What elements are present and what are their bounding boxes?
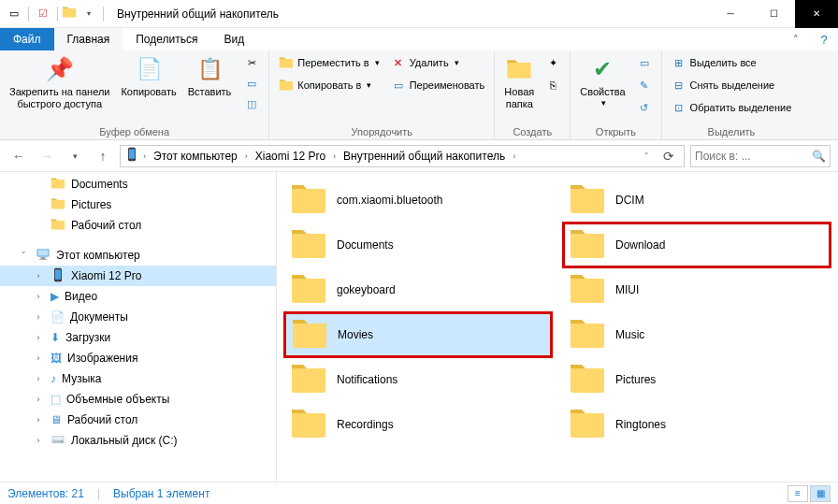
folder-item[interactable]: DCIM	[563, 178, 831, 223]
select-all-button[interactable]: ⊞Выделить все	[668, 52, 796, 73]
copy-to-button[interactable]: Копировать в▾	[275, 75, 383, 95]
expand-icon[interactable]: ›	[32, 333, 45, 342]
nav-video[interactable]: ›▶Видео	[0, 286, 276, 307]
folder-item[interactable]: com.xiaomi.bluetooth	[284, 178, 552, 223]
close-button[interactable]: ✕	[795, 0, 838, 28]
history-button[interactable]: ↺	[633, 97, 656, 118]
folder-item[interactable]: Documents	[284, 223, 552, 267]
recent-locations-button[interactable]: ▾	[64, 145, 86, 167]
ribbon-tabs: Файл Главная Поделиться Вид ˄ ?	[0, 28, 838, 50]
folder-item[interactable]: Music	[563, 312, 831, 357]
organize-group-label: Упорядочить	[275, 126, 488, 139]
qat-app-icon[interactable]: ▭	[4, 4, 24, 24]
window-title: Внутренний общий накопитель	[117, 7, 279, 21]
select-none-button[interactable]: ⊟Снять выделение	[668, 75, 796, 95]
new-item-button[interactable]: ✦	[542, 52, 564, 73]
content-pane[interactable]: com.xiaomi.bluetoothDCIMDocumentsDownloa…	[277, 172, 838, 482]
folder-label: Documents	[337, 238, 394, 252]
expand-icon[interactable]: ›	[32, 436, 45, 445]
edit-button[interactable]: ✎	[633, 75, 656, 95]
paste-button[interactable]: 📋 Вставить	[184, 52, 236, 100]
expand-icon[interactable]: ›	[32, 374, 45, 383]
cut-button[interactable]: ✂	[240, 52, 263, 73]
chevron-right-icon[interactable]: ›	[243, 151, 250, 161]
tab-home[interactable]: Главная	[54, 28, 123, 50]
collapse-icon[interactable]: ˅	[17, 251, 30, 260]
open-icon: ▭	[637, 55, 652, 70]
expand-icon[interactable]: ›	[32, 395, 45, 404]
address-dropdown-button[interactable]: ˅	[635, 145, 657, 167]
expand-icon[interactable]: ›	[32, 415, 45, 425]
qat-dropdown[interactable]: ▾	[79, 4, 99, 24]
copy-to-icon	[279, 78, 294, 93]
details-view-button[interactable]: ≡	[787, 485, 808, 502]
tab-share[interactable]: Поделиться	[123, 28, 210, 50]
search-input[interactable]: Поиск в: ... 🔍	[690, 145, 831, 167]
folder-icon	[569, 314, 606, 355]
delete-button[interactable]: ✕Удалить▾	[387, 52, 489, 73]
refresh-button[interactable]: ⟳	[657, 145, 680, 167]
maximize-button[interactable]: ☐	[752, 0, 795, 28]
chevron-right-icon[interactable]: ›	[511, 151, 517, 161]
nav-music[interactable]: ›♪Музыка	[0, 368, 276, 389]
breadcrumb-segment[interactable]: Xiaomi 12 Pro	[252, 150, 329, 163]
chevron-right-icon[interactable]: ›	[141, 151, 148, 161]
tab-view[interactable]: Вид	[210, 28, 257, 50]
minimize-button[interactable]: ─	[709, 0, 752, 28]
open-button[interactable]: ▭	[633, 52, 656, 73]
back-button[interactable]: ←	[7, 145, 30, 167]
copy-button[interactable]: 📄 Копировать	[117, 52, 180, 100]
nav-documents[interactable]: Documents	[0, 174, 276, 194]
nav-this-pc[interactable]: ˅Этот компьютер	[0, 245, 276, 266]
expand-icon[interactable]: ›	[32, 271, 45, 281]
icons-view-button[interactable]: ▦	[810, 485, 831, 502]
nav-downloads[interactable]: ›⬇Загрузки	[0, 327, 276, 348]
folder-item[interactable]: Ringtones	[563, 402, 831, 447]
folder-item[interactable]: Pictures	[563, 357, 831, 402]
move-to-button[interactable]: Переместить в▾	[275, 52, 383, 73]
chevron-right-icon[interactable]: ›	[331, 151, 338, 161]
nav-pictures[interactable]: Pictures	[0, 194, 276, 215]
folder-item[interactable]: Movies	[284, 312, 552, 357]
easy-access-button[interactable]: ⎘	[542, 75, 564, 95]
address-bar[interactable]: › Этот компьютер › Xiaomi 12 Pro › Внутр…	[120, 145, 685, 167]
up-button[interactable]: ↑	[92, 145, 114, 167]
breadcrumb-segment[interactable]: Внутренний общий накопитель	[340, 150, 509, 163]
tab-file[interactable]: Файл	[0, 28, 54, 50]
nav-desktop-ru[interactable]: ›🖥Рабочий стол	[0, 410, 276, 430]
nav-xiaomi[interactable]: ›Xiaomi 12 Pro	[0, 266, 276, 286]
copy-icon: 📄	[134, 54, 164, 84]
paste-shortcut-button[interactable]: ◫	[240, 94, 263, 114]
folder-item[interactable]: Recordings	[284, 402, 552, 447]
properties-button[interactable]: ✔ Свойства ▾	[576, 52, 628, 109]
folder-item[interactable]: Notifications	[284, 357, 552, 402]
address-row: ← → ▾ ↑ › Этот компьютер › Xiaomi 12 Pro…	[0, 140, 838, 172]
nav-local-disk-c[interactable]: ›Локальный диск (C:)	[0, 430, 276, 451]
folder-item[interactable]: Download	[563, 223, 831, 267]
nav-images[interactable]: ›🖼Изображения	[0, 348, 276, 368]
expand-icon[interactable]: ›	[32, 353, 45, 363]
expand-icon[interactable]: ›	[32, 312, 45, 322]
status-bar: Элементов: 21 | Выбран 1 элемент ≡ ▦	[0, 482, 838, 504]
ribbon-collapse-icon[interactable]: ˄	[782, 28, 810, 50]
phone-icon	[124, 147, 139, 165]
history-icon: ↺	[637, 100, 652, 115]
folder-label: Recordings	[337, 418, 394, 431]
rename-button[interactable]: ▭Переименовать	[387, 75, 489, 95]
breadcrumb-segment[interactable]: Этот компьютер	[150, 150, 241, 163]
copy-path-button[interactable]: ▭	[240, 73, 263, 94]
forward-button[interactable]: →	[36, 145, 58, 167]
folder-item[interactable]: gokeyboard	[284, 267, 552, 312]
help-icon[interactable]: ?	[810, 28, 838, 50]
invert-selection-button[interactable]: ⊡Обратить выделение	[668, 97, 796, 118]
nav-documents-ru[interactable]: ›📄Документы	[0, 307, 276, 327]
new-folder-button[interactable]: Новая папка	[500, 52, 538, 112]
expand-icon[interactable]: ›	[32, 292, 45, 301]
folder-item[interactable]: MIUI	[563, 267, 831, 312]
nav-desktop[interactable]: Рабочий стол	[0, 215, 276, 236]
pin-quickaccess-button[interactable]: 📌 Закрепить на панели быстрого доступа	[6, 52, 113, 112]
nav-3d-objects[interactable]: ›⬚Объемные объекты	[0, 389, 276, 410]
folder-icon	[569, 269, 606, 310]
qat-properties[interactable]: ☑	[33, 4, 53, 24]
folder-label: Notifications	[337, 373, 397, 386]
